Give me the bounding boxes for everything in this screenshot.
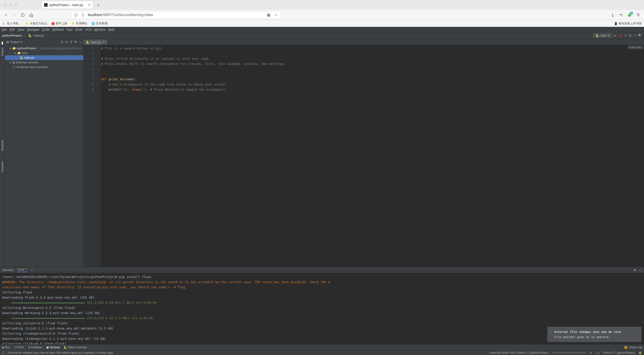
code-editor[interactable]: 123 456 789 # This is a sample Python sc… xyxy=(84,45,644,267)
hide-icon[interactable]: — xyxy=(639,268,642,272)
minimize-window-button[interactable] xyxy=(10,4,12,6)
debug-button[interactable]: 🐞 xyxy=(619,34,622,37)
new-tab-button[interactable]: ＋ xyxy=(96,2,100,8)
bookmark-mobile[interactable]: 📱移动设备上的书签 xyxy=(614,22,642,26)
indexing-badge: Indexing… xyxy=(628,46,644,49)
project-tool-button[interactable]: ▮ xyxy=(1,41,3,45)
tree-external[interactable]: ▸ ▥ External Libraries xyxy=(5,60,84,65)
bookmark-jd[interactable]: 🌐京东商城 xyxy=(92,22,108,26)
menu-vcs[interactable]: VCS xyxy=(85,28,92,31)
breadcrumb-file[interactable]: main.py xyxy=(34,34,44,37)
search-everywhere-icon[interactable]: 🔍 xyxy=(638,34,642,37)
reload-icon[interactable] xyxy=(20,13,25,17)
tool-todo[interactable]: ≡ TODO xyxy=(14,346,24,349)
download-icon[interactable] xyxy=(610,13,615,17)
notification-popup[interactable]: ⚠ External file changes sync may be slow… xyxy=(548,327,641,342)
menu-file[interactable]: File xyxy=(2,28,7,31)
chevron-down-icon[interactable]: ▾ xyxy=(20,40,22,44)
status-message: External file changes sync may be slow: … xyxy=(8,351,113,354)
background-tasks-icon[interactable]: ⏸ xyxy=(590,351,592,354)
browser-nav-bar: localhost:8887/?notSecureWarning=false ▦… xyxy=(0,10,644,20)
tool-event-log[interactable]: Event Log xyxy=(630,346,642,349)
menu-tools[interactable]: Tools xyxy=(75,28,82,31)
coverage-button[interactable]: ⟳ xyxy=(624,34,627,37)
hamburger-icon[interactable]: ☰ xyxy=(636,13,640,17)
expand-icon[interactable]: ⇵ xyxy=(70,40,72,44)
notification-title: External file changes sync may be slow xyxy=(554,329,621,334)
extension-icon[interactable]: 🧩2 xyxy=(628,13,632,17)
terminal-line: Downloading Jinja2-3.1.3-py3-none-any.wh… xyxy=(2,326,642,331)
qr-icon[interactable]: ▦ xyxy=(266,13,271,17)
tool-python-console[interactable]: 🐍 Python Console xyxy=(64,346,86,349)
menu-view[interactable]: View xyxy=(18,28,24,31)
svg-rect-0 xyxy=(82,14,84,16)
menu-help[interactable]: Help xyxy=(108,28,115,31)
run-button[interactable]: ▶ xyxy=(614,34,616,37)
gear-icon[interactable]: ⚙ xyxy=(634,268,636,272)
tab-title: pythonProject – main.py xyxy=(50,3,83,7)
url-text: localhost:8887/?notSecureWarning=false xyxy=(88,13,153,17)
close-tab-icon[interactable]: ✕ xyxy=(88,3,90,7)
indexing-progress xyxy=(552,352,586,353)
tree-scratches-label: Scratches and Consoles xyxy=(16,65,48,69)
terminal-tab-local[interactable]: Local ✕ xyxy=(17,268,28,272)
tree-venv[interactable]: ▸ 📁 venv xyxy=(5,51,84,55)
forward-icon[interactable] xyxy=(12,13,16,17)
menu-refactor[interactable]: Refactor xyxy=(52,28,64,31)
menu-code[interactable]: Code xyxy=(42,28,50,31)
menu-run[interactable]: Run xyxy=(67,28,73,31)
close-window-button[interactable] xyxy=(4,4,7,6)
run-config-label: main xyxy=(600,34,607,37)
stop-button[interactable]: ■ xyxy=(634,34,636,37)
cursor-position[interactable]: 1:1 xyxy=(596,351,600,354)
close-tab-icon[interactable]: ✕ xyxy=(102,41,105,44)
run-config-selector[interactable]: 🐍 main ▾ xyxy=(593,33,612,38)
terminal-line: Collecting flask xyxy=(2,290,642,295)
tool-terminal[interactable]: ▣ Terminal xyxy=(46,346,60,349)
menu-window[interactable]: Window xyxy=(94,28,106,31)
structure-tool-button[interactable]: Structure xyxy=(1,140,4,151)
tree-main-file[interactable]: 🐍 main.py xyxy=(5,55,84,60)
browser-tab[interactable]: pythonProject – main.py ✕ xyxy=(42,1,93,9)
terminal-output[interactable]: (venv) root@5d328ce99495:/root/PycharmPr… xyxy=(0,273,644,344)
project-panel-title[interactable]: Project xyxy=(10,40,19,44)
hide-icon[interactable]: — xyxy=(79,40,82,44)
bookmark-import[interactable]: ⇩导入书签… xyxy=(2,22,21,26)
breadcrumb-project[interactable]: pythonProject xyxy=(2,34,22,37)
tree-root[interactable]: ▾ 📁 pythonProject ~/PycharmProjects/pyth… xyxy=(5,46,84,51)
terminal-header: Terminal: Local ✕ ＋ ⚙ — xyxy=(0,267,644,273)
address-bar[interactable]: localhost:8887/?notSecureWarning=false ▦… xyxy=(71,11,281,19)
editor-tab-main[interactable]: 🐍 main.py ✕ xyxy=(84,40,107,45)
code-content[interactable]: # This is a sample Python script. # Pres… xyxy=(100,45,644,267)
profile-button[interactable]: ◧ xyxy=(629,34,632,37)
tree-main-label: main.py xyxy=(24,56,34,59)
bookmark-star-icon[interactable]: ☆ xyxy=(274,13,278,17)
lock-icon[interactable]: 🔒 xyxy=(638,351,642,354)
favorites-tool-button[interactable]: Favorites xyxy=(1,161,4,172)
maximize-window-button[interactable] xyxy=(15,4,18,6)
new-terminal-tab[interactable]: ＋ xyxy=(30,268,33,272)
bookmark-common[interactable]: 📁常用网址 xyxy=(71,22,88,26)
bookmark-firefox[interactable]: 📁火狐官方站点 xyxy=(25,22,47,26)
back-icon[interactable] xyxy=(4,13,8,17)
home-icon[interactable] xyxy=(29,13,34,17)
gear-icon[interactable]: ⚙ xyxy=(74,40,77,44)
menu-navigate[interactable]: Navigate xyxy=(27,28,39,31)
terminal-line: Downloading Flask-2.2.5-py3-none-any.whl… xyxy=(2,295,642,300)
tool-problems[interactable]: ⊘ Problems xyxy=(28,346,42,349)
undo-icon[interactable] xyxy=(619,13,624,17)
tool-run[interactable]: ▶ Run xyxy=(2,346,10,349)
terminal-line: Collecting Jinja2>=3.0 (from flask) xyxy=(2,321,642,326)
tree-scratches[interactable]: ◎ Scratches and Consoles xyxy=(5,65,84,69)
sdk-label[interactable]: Python 3.7 (pythonProject) xyxy=(603,351,635,354)
project-tool-label[interactable]: Project xyxy=(1,48,4,56)
shield-icon[interactable] xyxy=(74,13,78,17)
bookmark-getting-started[interactable]: 🔴新手上路 xyxy=(51,22,67,26)
status-toggle-icon[interactable]: ▢ xyxy=(2,351,5,354)
fold-column[interactable] xyxy=(97,45,100,267)
python-file-icon: 🐍 xyxy=(86,41,90,44)
breadcrumb-row: pythonProject 〉 🐍 main.py 🐍 main ▾ ▶ 🐞 ⟳… xyxy=(0,32,644,39)
locate-icon[interactable]: ⊙ xyxy=(61,40,64,44)
menu-edit[interactable]: Edit xyxy=(10,28,15,31)
collapse-icon[interactable]: ⇊ xyxy=(65,40,68,44)
